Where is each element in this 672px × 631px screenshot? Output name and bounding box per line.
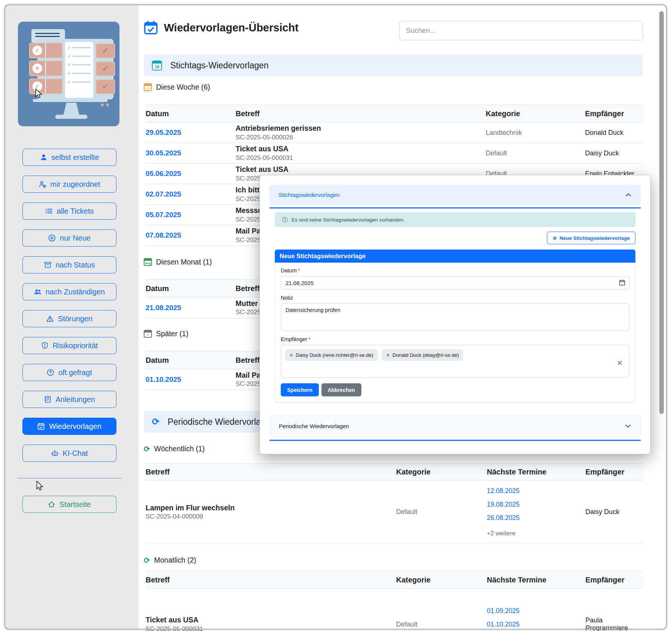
next-date-link[interactable]: 26.08.2025	[487, 514, 585, 522]
remove-chip-icon[interactable]: ✕	[386, 353, 390, 358]
date-link[interactable]: 29.05.2025	[146, 129, 236, 137]
scrollbar-thumb[interactable]	[659, 11, 664, 414]
recipients-field[interactable]: ✕ Daisy Duck (rene.richter@ri-se.de) ✕ D…	[281, 345, 629, 378]
sidebar-item-stoerungen[interactable]: Störungen	[22, 310, 116, 327]
cancel-button[interactable]: Abbrechen	[321, 383, 361, 396]
form-title: Neue Stichtagswiedervorlage	[275, 250, 635, 263]
sidebar-item-wiedervorlagen[interactable]: Wiedervorlagen	[22, 418, 116, 435]
sidebar-item-nach-status[interactable]: nach Status	[22, 256, 116, 273]
periodic-banner-title: Periodische Wiedervorlagen	[168, 417, 275, 427]
date-link[interactable]: 21.08.2025	[146, 304, 236, 312]
calendar-month-icon: Aug	[144, 258, 152, 266]
page-title: Wiedervorlagen-Übersicht	[164, 22, 299, 34]
column-header-kategorie: Kategorie	[396, 468, 487, 476]
accordion-active-underline	[270, 207, 641, 208]
table-row: Ticket aus USASC-2025-05-000031 Default …	[146, 589, 643, 631]
ticket-category: Default	[486, 149, 585, 157]
next-date-link[interactable]: 19.08.2025	[487, 501, 585, 508]
sidebar-item-nach-zustaendigen[interactable]: nach Zuständigen	[22, 283, 116, 300]
home-icon	[48, 501, 55, 508]
calendar-check-title-icon	[144, 21, 158, 35]
calendar-19-icon: 19	[152, 61, 162, 71]
date-link[interactable]: 02.07.2025	[146, 190, 236, 198]
column-header-empfaenger: Empfänger	[585, 576, 643, 584]
plus-circle-icon	[48, 234, 56, 242]
archive-icon	[44, 261, 52, 269]
ticket-category: Default	[396, 508, 487, 516]
accordion-underline	[270, 440, 641, 441]
calendar-week-icon	[144, 83, 152, 91]
month-section-heading: Aug Diesen Monat (1)	[144, 258, 212, 266]
sidebar-divider	[17, 478, 122, 479]
column-header-naechste-termine: Nächste Termine	[487, 576, 585, 584]
ticket-subject: Lampen im Flur wechseln	[146, 503, 396, 513]
cycle-icon: ⟳	[144, 445, 150, 453]
shield-exclamation-icon	[41, 342, 49, 349]
stichtags-section-banner: 19 Stichtags-Wiedervorlagen	[144, 55, 643, 76]
question-circle-icon	[47, 369, 54, 376]
robot-icon	[51, 449, 59, 457]
date-link[interactable]: 01.10.2025	[146, 375, 236, 384]
next-date-link[interactable]: 12.08.2025	[487, 487, 585, 495]
search-input[interactable]	[399, 21, 643, 40]
column-header-betreff: Betreff	[146, 468, 396, 476]
ticket-recipient: Paula Programmiere	[585, 616, 643, 631]
new-stichtagswiedervorlage-form: Neue Stichtagswiedervorlage Datum* Notiz…	[275, 250, 635, 403]
sidebar-item-selbst-erstellte[interactable]: selbst erstellte	[22, 149, 116, 166]
info-icon: ⓘ	[282, 216, 288, 223]
column-header-empfaenger: Empfänger	[585, 468, 643, 476]
sidebar-item-anleitungen[interactable]: Anleitungen	[22, 391, 116, 408]
ticket-category: Default	[396, 621, 487, 628]
clear-recipients-icon[interactable]: ✕	[617, 359, 623, 367]
stichtagswiedervorlagen-dialog: Stichtagswiedervorlagen ⓘ Es sind keine …	[259, 175, 651, 454]
date-link[interactable]: 05.06.2025	[146, 170, 236, 178]
remove-chip-icon[interactable]: ✕	[289, 353, 293, 358]
date-link[interactable]: 07.08.2025	[146, 231, 236, 239]
table-row: 29.05.2025 Antriebsriemen gerissenSC-202…	[146, 123, 643, 143]
info-alert: ⓘ Es sind keine Stichtagswiedervorlagen …	[275, 212, 635, 227]
sidebar-item-nur-neue[interactable]: nur Neue	[22, 229, 116, 247]
more-dates-link[interactable]: +2 weitere	[487, 530, 585, 537]
date-picker-icon[interactable]	[619, 279, 625, 286]
sidebar-item-risikoprioritaet[interactable]: Risikopriorität	[22, 337, 116, 354]
ticket-recipient: Daisy Duck	[585, 508, 643, 516]
sidebar-item-ki-chat[interactable]: KI-Chat	[22, 445, 116, 462]
monthly-table-header: Betreff Kategorie Nächste Termine Empfän…	[146, 571, 643, 589]
column-header-empfaenger: Empfänger	[585, 109, 643, 118]
ticket-number: SC-2025-05-000031	[236, 154, 486, 162]
sidebar-item-mir-zugeordnet[interactable]: mir zugeordnet	[22, 176, 116, 193]
date-link[interactable]: 30.05.2025	[146, 149, 236, 157]
next-date-link[interactable]: 01.10.2025	[487, 621, 585, 628]
recipient-chip: ✕ Donald Duck (ebay@ri-se.de)	[382, 349, 463, 361]
date-link[interactable]: 05.07.2025	[146, 211, 236, 219]
ticket-subject: Ticket aus USA	[236, 144, 486, 154]
weekly-table-header: Betreff Kategorie Nächste Termine Empfän…	[146, 463, 643, 480]
sidebar-nav: selbst erstellte mir zugeordnet alle Tic…	[22, 149, 116, 462]
table-row: Lampen im Flur wechselnSC-2025-04-000009…	[146, 480, 643, 544]
chevron-down-icon[interactable]	[625, 423, 631, 429]
journal-icon	[44, 396, 52, 403]
chevron-up-icon[interactable]	[625, 192, 632, 198]
new-stichtagswiedervorlage-button[interactable]: ⊕ Neue Stichtagswiedervorlage	[547, 232, 635, 244]
week-table-header: Datum Betreff Kategorie Empfänger	[146, 105, 643, 123]
next-date-link[interactable]: 01.09.2025	[487, 607, 585, 615]
ticket-subject: Ticket aus USA	[236, 165, 486, 174]
mouse-cursor-icon	[35, 480, 45, 492]
note-field[interactable]: Datensicherung prüfen	[281, 303, 629, 331]
date-field[interactable]	[281, 276, 629, 290]
sidebar-item-alle-tickets[interactable]: alle Tickets	[22, 202, 116, 220]
later-section-heading: + Später (1)	[144, 330, 189, 338]
column-header-kategorie: Kategorie	[396, 576, 487, 584]
accordion-stichtagswiedervorlagen[interactable]: Stichtagswiedervorlagen	[270, 185, 641, 205]
ticket-recipient: Daisy Duck	[585, 149, 643, 157]
note-field-label: Notiz	[281, 295, 629, 301]
ticket-subject: Antriebsriemen gerissen	[236, 124, 486, 133]
accordion-periodische-wiedervorlagen[interactable]: Periodische Wiedervorlagen	[270, 415, 641, 436]
sidebar-item-oft-gefragt[interactable]: oft gefragt	[22, 364, 116, 381]
column-header-datum: Datum	[146, 356, 236, 365]
cycle-icon: ⟳	[152, 417, 159, 426]
person-check-icon	[39, 180, 46, 188]
sidebar-item-startseite[interactable]: Startseite	[22, 496, 116, 513]
calendar-check-icon	[37, 423, 45, 430]
save-button[interactable]: Speichern	[281, 383, 319, 396]
